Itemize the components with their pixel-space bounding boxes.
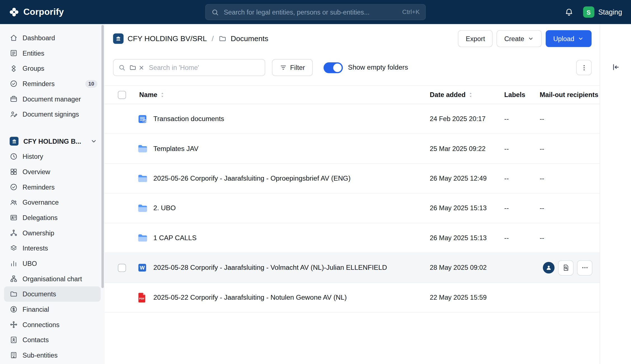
sidebar-item-history[interactable]: History bbox=[4, 149, 100, 164]
sidebar-item-documents[interactable]: Documents bbox=[4, 286, 100, 302]
contact-card-icon bbox=[10, 336, 18, 344]
assignee-avatar[interactable] bbox=[543, 262, 555, 274]
pdf-document-icon: PDF bbox=[137, 292, 150, 302]
column-header-date-added[interactable]: Date added bbox=[430, 91, 504, 98]
breadcrumb-current: Documents bbox=[231, 34, 269, 43]
document-name[interactable]: 2025-05-28 Corporify - Jaarafsluiting - … bbox=[150, 264, 430, 272]
date-added: 26 May 2025 15:13 bbox=[430, 204, 504, 212]
document-preview-icon bbox=[562, 264, 569, 271]
expand-panel-button[interactable] bbox=[608, 60, 623, 75]
home-icon bbox=[10, 34, 18, 42]
sidebar-item-sub-entities[interactable]: Sub-entities bbox=[4, 348, 100, 363]
table-row[interactable]: Transaction documents 24 Feb 2025 20:17 … bbox=[105, 104, 600, 134]
sidebar-item-entities[interactable]: Entities bbox=[4, 46, 100, 61]
chevron-down-icon bbox=[578, 36, 584, 42]
sidebar-item-groups[interactable]: Groups bbox=[4, 61, 100, 76]
clear-scope-icon[interactable] bbox=[138, 65, 145, 71]
table-row[interactable]: PDF 2025-05-22 Corporify - Jaarafsluitin… bbox=[105, 283, 600, 312]
notifications-bell-icon[interactable] bbox=[564, 8, 573, 16]
document-name[interactable]: 2025-05-22 Corporify - Jaarafsluiting - … bbox=[150, 294, 430, 302]
row-more-button[interactable] bbox=[577, 260, 592, 275]
sidebar-item-document-signings[interactable]: Document signings bbox=[4, 107, 100, 122]
sidebar-item-ubo[interactable]: UBO bbox=[4, 256, 100, 271]
sidebar-item-entity-reminders[interactable]: Reminders bbox=[4, 179, 100, 195]
folder-icon bbox=[137, 233, 150, 244]
sort-icon[interactable] bbox=[468, 92, 473, 98]
export-button[interactable]: Export bbox=[458, 30, 493, 47]
folder-scope-chip[interactable] bbox=[129, 64, 145, 71]
sidebar-item-dashboard[interactable]: Dashboard bbox=[4, 30, 100, 46]
sidebar-item-label: Reminders bbox=[23, 80, 55, 88]
table-row[interactable]: 2025-05-26 Corporify - Jaarafsluiting - … bbox=[105, 164, 600, 193]
mailout-value: -- bbox=[540, 145, 599, 153]
document-name[interactable]: Transaction documents bbox=[150, 115, 430, 123]
folder-name[interactable]: Templates JAV bbox=[150, 145, 430, 153]
column-header-labels: Labels bbox=[504, 91, 540, 98]
sidebar-item-label: Organisational chart bbox=[23, 275, 82, 282]
entity-icon bbox=[113, 33, 123, 44]
global-search-input[interactable] bbox=[223, 8, 398, 16]
toolbar-more-button[interactable] bbox=[576, 60, 592, 75]
entity-selector[interactable]: CFY HOLDING B... bbox=[4, 134, 100, 149]
sidebar-item-interests[interactable]: Interests bbox=[4, 240, 100, 256]
column-header-name[interactable]: Name bbox=[132, 91, 430, 98]
filter-button[interactable]: Filter bbox=[272, 59, 313, 76]
breadcrumb: CFY HOLDING BV/SRL / Documents bbox=[113, 33, 268, 44]
reminders-count-badge: 10 bbox=[85, 80, 97, 88]
folder-name[interactable]: 2025-05-26 Corporify - Jaarafsluiting - … bbox=[150, 174, 430, 183]
sidebar-item-label: Delegations bbox=[23, 214, 58, 221]
sidebar-item-organisational-chart[interactable]: Organisational chart bbox=[4, 271, 100, 287]
chevron-down-icon bbox=[90, 138, 97, 145]
upload-button[interactable]: Upload bbox=[546, 30, 592, 47]
folder-icon bbox=[137, 173, 150, 184]
sidebar-item-contacts[interactable]: Contacts bbox=[4, 332, 100, 348]
sidebar-item-ownership[interactable]: Ownership bbox=[4, 225, 100, 241]
table-row[interactable]: Templates JAV 25 Mar 2025 09:22 -- -- bbox=[105, 134, 600, 164]
sidebar-item-document-manager[interactable]: Document manager bbox=[4, 91, 100, 107]
sort-icon[interactable] bbox=[160, 92, 165, 98]
create-button[interactable]: Create bbox=[497, 30, 541, 47]
create-label: Create bbox=[504, 35, 524, 42]
sidebar-item-governance[interactable]: Governance bbox=[4, 195, 100, 210]
check-circle-icon bbox=[10, 80, 18, 88]
folder-name[interactable]: 2. UBO bbox=[150, 204, 430, 212]
folder-icon bbox=[137, 143, 150, 154]
folder-search-input[interactable] bbox=[148, 63, 260, 72]
toggle-label: Show empty folders bbox=[348, 63, 408, 72]
labels-value: -- bbox=[504, 115, 540, 123]
svg-text:PDF: PDF bbox=[139, 297, 145, 300]
sidebar-item-connections[interactable]: Connections bbox=[4, 317, 100, 332]
folder-name[interactable]: 1 CAP CALLS bbox=[150, 234, 430, 242]
select-all-checkbox[interactable] bbox=[118, 91, 126, 99]
search-icon bbox=[211, 8, 219, 16]
signature-icon bbox=[10, 110, 18, 118]
id-card-icon bbox=[10, 214, 18, 222]
sidebar-item-overview[interactable]: Overview bbox=[4, 164, 100, 179]
sidebar-item-label: Governance bbox=[23, 198, 59, 206]
table-row[interactable]: 2. UBO 26 May 2025 15:13 -- -- bbox=[105, 193, 600, 223]
folder-search[interactable] bbox=[113, 59, 265, 76]
row-checkbox[interactable] bbox=[118, 264, 126, 272]
environment-switcher[interactable]: S Staging bbox=[583, 6, 622, 18]
documents-toolbar: Filter Show empty folders bbox=[113, 59, 592, 76]
sidebar-item-delegations[interactable]: Delegations bbox=[4, 210, 100, 225]
check-circle-icon bbox=[10, 183, 18, 191]
brand[interactable]: Corporify bbox=[9, 0, 64, 24]
sidebar-item-label: UBO bbox=[23, 260, 37, 267]
topbar: Corporify Ctrl+K S Staging bbox=[0, 0, 631, 24]
preview-document-button[interactable] bbox=[558, 260, 574, 275]
sidebar-nav: Dashboard Entities Groups Reminders 10 D… bbox=[0, 24, 105, 363]
sidebar-scrollbar[interactable] bbox=[102, 25, 104, 288]
sidebar-item-financial[interactable]: Financial bbox=[4, 302, 100, 317]
show-empty-folders-toggle[interactable] bbox=[323, 62, 343, 73]
sidebar-item-reminders[interactable]: Reminders 10 bbox=[4, 76, 100, 91]
table-header: Name Date added Labels Mail-out recipien… bbox=[105, 85, 600, 104]
date-added: 26 May 2025 12:49 bbox=[430, 174, 504, 182]
sidebar-item-label: Contacts bbox=[23, 336, 49, 344]
table-row[interactable]: 1 CAP CALLS 26 May 2025 15:13 -- -- bbox=[105, 223, 600, 253]
breadcrumb-entity[interactable]: CFY HOLDING BV/SRL bbox=[128, 34, 207, 43]
folder-icon bbox=[10, 290, 18, 298]
table-row[interactable]: W 2025-05-28 Corporify - Jaarafsluiting … bbox=[105, 253, 600, 283]
global-search[interactable]: Ctrl+K bbox=[205, 4, 426, 20]
sidebar-section-gap bbox=[0, 122, 105, 134]
